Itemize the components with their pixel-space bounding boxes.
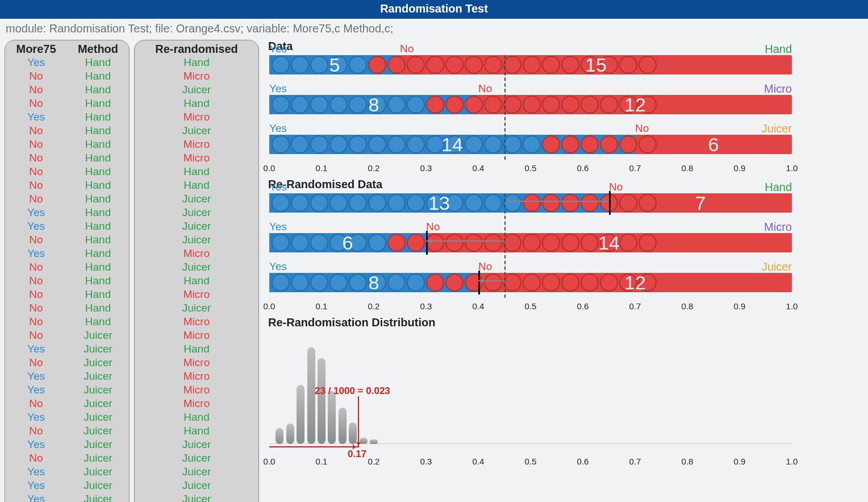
cell-more75: No [5,315,67,329]
cell-more75: No [5,288,67,301]
bar-row: YesNoJuicer146 [269,135,792,160]
table-row: YesJuicer [5,492,129,502]
bar-row: YesNoMicro614 [269,233,792,258]
table-row: NoHand [5,69,129,83]
axis-tick: 0.1 [316,457,328,466]
rerandomised-table-panel: Re-randomised HandMicroJuicerHandMicroJu… [134,40,259,502]
cell-method: Hand [67,219,129,233]
table-row: NoHand [5,165,129,179]
label-no: No [478,260,492,273]
bar-row: YesNoHand137 [269,193,792,218]
table-row: Micro [135,110,258,124]
cell-method: Juicer [67,342,129,356]
label-yes: Yes [269,43,287,55]
cell-method: Hand [67,192,129,206]
cell-more75: Yes [5,410,67,424]
table-row: Juicer [135,479,258,492]
dist-bar [328,391,336,444]
cell-rerand: Hand [135,165,258,179]
cell-rerand: Micro [135,315,258,329]
bar-row: YesNoJuicer812 [269,273,792,298]
cell-more75: No [5,233,67,247]
axis-tick: 0.8 [682,457,694,466]
axis-tick: 0.0 [264,457,276,466]
cell-rerand: Micro [135,370,258,383]
cell-rerand: Micro [135,247,258,260]
bar-row: YesNoHand515 [269,55,792,80]
table-row: Juicer [135,465,258,479]
col-rerandomised-header: Re-randomised [135,43,258,56]
data-table-panel: More75 Method YesHandNoHandNoHandNoHandY… [5,40,130,502]
cell-rerand: Juicer [135,301,258,315]
cell-rerand: Micro [135,151,258,165]
table-row: Micro [135,138,258,151]
dist-bar [297,385,304,444]
col-method-header: Method [67,43,129,56]
cell-rerand: Micro [135,288,258,301]
table-row: Hand [135,342,258,356]
axis-tick: 0.1 [316,301,328,311]
cell-rerand: Micro [135,69,258,83]
dist-bar [307,347,315,444]
table-row: NoJuicer [5,424,129,438]
table-row: YesJuicer [5,479,129,492]
cell-method: Hand [67,151,129,165]
cell-more75: Yes [5,465,67,479]
table-row: YesJuicer [5,410,129,424]
label-yes: Yes [269,221,287,233]
cell-method: Juicer [67,356,129,370]
cell-rerand: Micro [135,110,258,124]
cell-rerand: Micro [135,329,258,342]
table-row: Micro [135,370,258,383]
table-row: Hand [135,179,258,192]
table-row: YesHand [5,110,129,124]
cell-rerand: Hand [135,179,258,192]
cell-method: Hand [67,260,129,274]
axis-tick: 0.4 [473,163,485,173]
cell-more75: Yes [5,479,67,492]
cell-method: Hand [67,69,129,83]
cell-method: Hand [67,315,129,329]
table-row: NoHand [5,151,129,165]
table-row: Micro [135,247,258,260]
axis-rerand: 0.00.10.20.30.40.50.60.70.80.91.0 [269,301,792,316]
cell-method: Hand [67,206,129,219]
label-no: No [609,181,623,193]
axis-tick: 0.0 [264,301,276,311]
cell-rerand: Juicer [135,206,258,219]
axis-tick: 0.9 [734,301,746,311]
cell-rerand: Micro [135,397,258,410]
table-row: NoHand [5,274,129,288]
table-row: Micro [135,69,258,83]
table-row: Juicer [135,438,258,451]
table-row: Hand [135,274,258,288]
cell-rerand: Juicer [135,465,258,479]
table-row: NoHand [5,260,129,274]
table-row: Juicer [135,301,258,315]
table-row: YesHand [5,56,129,69]
axis-tick: 0.2 [368,163,380,173]
table-row: YesHand [5,219,129,233]
cell-more75: No [5,356,67,370]
dist-section-title: Re-Randomisation Distribution [268,316,863,329]
cell-method: Juicer [67,329,129,342]
table-row: Micro [135,315,258,329]
cell-rerand: Juicer [135,260,258,274]
table-row: NoJuicer [5,451,129,465]
label-group: Micro [764,221,792,234]
cell-method: Juicer [67,492,129,502]
cell-more75: No [5,260,67,274]
axis-tick: 0.5 [525,163,537,173]
cell-more75: No [5,274,67,288]
cell-more75: Yes [5,370,67,383]
table-row: Hand [135,56,258,69]
cell-method: Hand [67,56,129,69]
cell-rerand: Juicer [135,83,258,97]
label-group: Juicer [762,260,792,273]
table-row: Juicer [135,260,258,274]
table-row: NoHand [5,192,129,206]
dist-bar [349,422,357,444]
cell-rerand: Juicer [135,492,258,502]
table-row: Juicer [135,451,258,465]
cell-rerand: Hand [135,410,258,424]
